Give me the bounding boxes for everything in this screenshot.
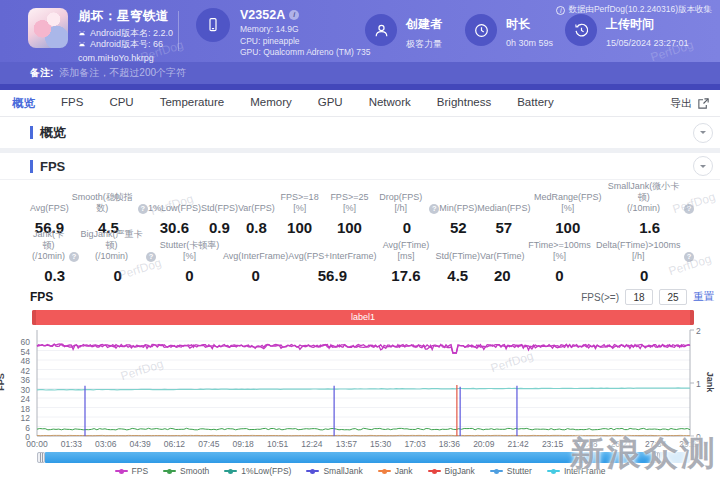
info-icon[interactable]: ? bbox=[69, 252, 79, 262]
x-tick-label: 26:21 bbox=[611, 439, 632, 449]
legend-marker bbox=[378, 470, 391, 472]
legend-item-Smooth[interactable]: Smooth bbox=[163, 466, 209, 476]
chart-label-banner[interactable]: label1 bbox=[32, 310, 694, 325]
legend-item-Stutter[interactable]: Stutter bbox=[490, 466, 532, 476]
stat-label: Avg(FPS) bbox=[30, 203, 69, 214]
info-icon[interactable]: ? bbox=[146, 252, 156, 262]
collapse-fps-button[interactable] bbox=[693, 156, 713, 176]
legend-marker bbox=[428, 470, 441, 472]
x-tick-label: 06:12 bbox=[164, 439, 185, 449]
stat-Jank(卡顿): Jank(卡顿) (/10min)?0.3 bbox=[30, 229, 79, 284]
stat-value: 17.6 bbox=[391, 267, 420, 284]
info-icon[interactable]: ? bbox=[138, 204, 148, 214]
stat-label-text: Std(FPS) bbox=[201, 203, 238, 214]
info-icon[interactable]: ? bbox=[684, 204, 694, 214]
tab-Temperature[interactable]: Temperature bbox=[160, 96, 225, 111]
note-bar: 备注: 添加备注，不超过200个字符 bbox=[0, 62, 720, 84]
stat-Min(FPS): Min(FPS)52 bbox=[439, 203, 477, 236]
chart-plot[interactable] bbox=[0, 325, 720, 438]
legend-item-Jank[interactable]: Jank bbox=[378, 466, 413, 476]
stat-Avg(FTime) [ms]: Avg(FTime) [ms]17.6 bbox=[376, 240, 435, 284]
info-icon[interactable]: ? bbox=[684, 252, 694, 262]
tab-bar: 概览FPSCPUTemperatureMemoryGPUNetworkBrigh… bbox=[0, 90, 720, 117]
upload-block: 上传时间 15/05/2024 23:27:01 bbox=[565, 14, 689, 48]
legend-marker bbox=[115, 470, 128, 472]
right-axis-label: Jank bbox=[706, 372, 716, 393]
stat-value: 0.9 bbox=[209, 219, 230, 236]
history-clock-icon bbox=[565, 14, 597, 46]
stat-label-text: Min(FPS) bbox=[439, 203, 477, 214]
device-info-icon[interactable]: i bbox=[289, 10, 299, 20]
x-tick-label: 21:42 bbox=[508, 439, 529, 449]
y-tick-label: 12 bbox=[4, 413, 30, 423]
stat-label-text: SmallJank(微小卡顿) (/10min) bbox=[605, 181, 682, 214]
x-tick-label: 20:09 bbox=[473, 439, 494, 449]
duration-block: 时长 0h 30m 59s bbox=[465, 14, 553, 48]
legend-marker bbox=[547, 470, 560, 472]
reset-button[interactable]: 重置 bbox=[693, 290, 714, 304]
tab-GPU[interactable]: GPU bbox=[318, 96, 343, 111]
legend-item-InterFrame[interactable]: InterFrame bbox=[547, 466, 606, 476]
y-tick-label: 24 bbox=[4, 394, 30, 404]
x-tick-label: 23:15 bbox=[542, 439, 563, 449]
tab-Network[interactable]: Network bbox=[369, 96, 411, 111]
export-button[interactable]: 导出 bbox=[670, 96, 710, 111]
stat-label: Var(FTime) bbox=[480, 251, 525, 262]
stat-value: 0 bbox=[185, 267, 193, 284]
legend-item-1%Low(FPS)[interactable]: 1%Low(FPS) bbox=[224, 466, 291, 476]
game-icon bbox=[28, 8, 68, 48]
collapse-overview-button[interactable] bbox=[693, 123, 713, 143]
x-tick-label: 03:06 bbox=[95, 439, 116, 449]
stat-value: 0 bbox=[113, 267, 121, 284]
overview-section-header: 概览 bbox=[0, 117, 720, 148]
stat-MedRange(FPS)[%]: MedRange(FPS)[%]100 bbox=[530, 192, 605, 236]
y-tick-label: 48 bbox=[4, 356, 30, 366]
stat-label: Avg(FPS+InterFrame) bbox=[288, 251, 376, 262]
device-model: V2352A bbox=[240, 8, 285, 22]
duration-value: 0h 30m 59s bbox=[506, 38, 553, 48]
series-smooth-line bbox=[37, 428, 690, 430]
game-version-code: Android版本号: 66 bbox=[90, 39, 163, 50]
fps-threshold-input-2[interactable] bbox=[659, 289, 687, 305]
fps-stats-row-2: Jank(卡顿) (/10min)?0.3BigJank(严重卡顿) (/10m… bbox=[0, 236, 720, 284]
stat-label-text: Jank(卡顿) (/10min) bbox=[30, 229, 67, 262]
info-icon[interactable]: ? bbox=[429, 204, 439, 214]
range-selector-fill[interactable] bbox=[45, 452, 652, 463]
stat-value: 4.5 bbox=[447, 267, 468, 284]
range-handle-right[interactable] bbox=[652, 452, 660, 463]
y-tick-label: 42 bbox=[4, 366, 30, 376]
tab-Battery[interactable]: Battery bbox=[517, 96, 553, 111]
tab-Brightness[interactable]: Brightness bbox=[437, 96, 491, 111]
legend-label: 1%Low(FPS) bbox=[241, 466, 291, 476]
tab-概览[interactable]: 概览 bbox=[12, 96, 35, 111]
stat-label-text: Delta(FTime)>100ms [/h] bbox=[594, 240, 682, 262]
stat-label-text: Avg(InterFrame) bbox=[223, 251, 288, 262]
stat-label-text: Var(FPS) bbox=[238, 203, 275, 214]
stat-value: 56.9 bbox=[318, 267, 347, 284]
chart-title: FPS bbox=[30, 290, 53, 304]
tab-FPS[interactable]: FPS bbox=[61, 96, 83, 111]
range-handle-left[interactable] bbox=[37, 452, 45, 463]
fps-section: FPS Avg(FPS)56.9Smooth(稳帧指数)?4.51%Low(FP… bbox=[0, 153, 720, 476]
legend-item-FPS[interactable]: FPS bbox=[115, 466, 149, 476]
range-selector-track[interactable] bbox=[37, 452, 690, 463]
y-tick-label: 60 bbox=[4, 337, 30, 347]
jank-tick-label: 1 bbox=[696, 379, 701, 389]
x-tick-label: 13:57 bbox=[336, 439, 357, 449]
fps-threshold-input-1[interactable] bbox=[625, 289, 653, 305]
tab-CPU[interactable]: CPU bbox=[109, 96, 133, 111]
legend-item-BigJank[interactable]: BigJank bbox=[428, 466, 475, 476]
stat-label: Std(FTime) bbox=[435, 251, 480, 262]
note-placeholder[interactable]: 添加备注，不超过200个字符 bbox=[59, 66, 186, 80]
stat-value: 0.8 bbox=[246, 219, 267, 236]
fps-chart: 06121824303642485460 012 00:0001:3303:06… bbox=[0, 325, 720, 476]
fps-stats-row-1: Avg(FPS)56.9Smooth(稳帧指数)?4.51%Low(FPS)30… bbox=[0, 180, 720, 236]
legend-item-SmallJank[interactable]: SmallJank bbox=[306, 466, 362, 476]
stat-label: FPS>=18 [%] bbox=[275, 192, 325, 214]
x-tick-label: 29:27 bbox=[679, 439, 700, 449]
stat-label: FPS>=25 [%] bbox=[325, 192, 375, 214]
creator-value: 极客力量 bbox=[406, 38, 442, 51]
tab-Memory[interactable]: Memory bbox=[250, 96, 292, 111]
stat-label: SmallJank(微小卡顿) (/10min)? bbox=[605, 181, 694, 214]
stat-label-text: Avg(FTime) [ms] bbox=[376, 240, 435, 262]
